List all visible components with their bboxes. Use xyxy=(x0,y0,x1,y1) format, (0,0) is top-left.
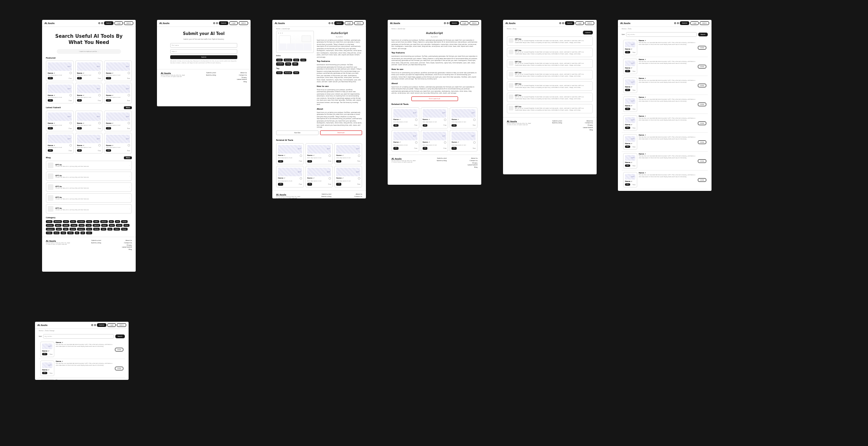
category-pill[interactable]: Image xyxy=(70,224,78,227)
category-pill[interactable]: Photo xyxy=(116,224,122,227)
category-pill[interactable]: 3D xyxy=(75,232,79,234)
listing-row[interactable]: ❝❞ Name ⇗ InfoFree Name ⇗This text box i… xyxy=(622,133,708,152)
search-input[interactable]: I want to make an article ... xyxy=(57,49,122,54)
category-pill[interactable]: Voice xyxy=(53,232,60,234)
category-pill[interactable]: Music xyxy=(101,224,108,227)
category-pill[interactable]: API xyxy=(80,232,85,234)
listing-row[interactable]: ❝❞ Name ⇗ InfoFree Name ⇗This text box i… xyxy=(39,340,125,359)
tool-card[interactable]: ❝❞ Name ⇗ InfoFree xyxy=(623,134,637,150)
listing-row[interactable]: ❝❞ Name ⇗ InfoFree Name ⇗This text box i… xyxy=(622,57,708,76)
category-pill[interactable]: Business xyxy=(53,220,62,223)
tool-card[interactable]: ❝❞ Name ⇗ Short description of tool Info… xyxy=(276,143,304,165)
category-pill[interactable]: Content xyxy=(77,220,85,223)
tool-card[interactable]: ❝❞ Name ⇗ Short description of tool Info… xyxy=(276,166,304,188)
tool-card[interactable]: ❝❞ Name ⇗ InfoFree xyxy=(623,153,637,169)
category-pill[interactable]: Social xyxy=(69,228,76,231)
tool-card[interactable]: ❝❞ Name ⇗ Short description of tool Info… xyxy=(104,60,132,81)
tool-card[interactable]: ❝❞ Name ⇗ Short description of tool Info… xyxy=(46,133,74,154)
blog-card[interactable]: GPT-4oGPT-4o is our newest flagship mode… xyxy=(507,104,593,113)
tool-card[interactable]: ❝❞ Name ⇗ Short description of tool Info… xyxy=(75,60,103,81)
blog-card[interactable]: GPT-4oGPT-4o is our newest flagship mode… xyxy=(507,81,593,91)
category-pill[interactable]: Dev xyxy=(109,220,114,223)
action-button[interactable]: more xyxy=(698,178,706,182)
tool-card[interactable]: ❝❞ Name ⇗ Short description of tool Info… xyxy=(391,130,419,152)
tool-card[interactable]: ❝❞ Name ⇗ InfoFree xyxy=(40,379,54,380)
category-pill[interactable]: Audio xyxy=(46,220,52,223)
category-pill[interactable]: Research xyxy=(46,228,55,231)
action-button[interactable]: more xyxy=(698,159,706,163)
category-pill[interactable]: Story xyxy=(86,228,92,231)
listing-row[interactable]: ❝❞ Name ⇗ InfoFree Name ⇗This text box i… xyxy=(622,38,708,57)
category-pill[interactable]: SEO xyxy=(63,228,69,231)
tool-card[interactable]: ❝❞ Name ⇗ Short description of tool Info… xyxy=(421,130,449,152)
tool-card[interactable]: ❝❞ Name ⇗ Short description of tool Info… xyxy=(421,107,449,129)
submit-button[interactable]: Submit xyxy=(104,21,114,25)
category-pill[interactable]: Market xyxy=(93,224,100,227)
tool-card[interactable]: ❝❞ Name ⇗ InfoFree xyxy=(623,77,637,93)
listing-row[interactable]: ❝❞ Name ⇗ InfoFree Name ⇗This text box i… xyxy=(622,114,708,133)
sort-dropdown[interactable]: Sort xyxy=(622,34,625,35)
action-button[interactable]: more xyxy=(698,84,706,87)
admin-button[interactable]: Admin xyxy=(124,21,133,25)
action-button[interactable]: more xyxy=(115,348,123,352)
blog-card[interactable]: GPT-4oGPT-4o is our newest flagship mode… xyxy=(507,36,593,46)
tool-card[interactable]: ❝❞ Name ⇗ Short description of tool Info… xyxy=(104,83,132,103)
blog-item[interactable]: GPT-4oContent will feature in a primary … xyxy=(46,161,132,170)
blog-item[interactable]: GPT-4oContent will feature in a primary … xyxy=(46,172,132,181)
category-pill[interactable]: Study xyxy=(93,228,100,231)
category-pill[interactable]: Health xyxy=(62,224,69,227)
action-button[interactable]: more xyxy=(698,46,706,50)
category-pill[interactable]: Auto xyxy=(86,232,92,234)
listing-search[interactable]: key words... xyxy=(626,32,697,37)
blog-item[interactable]: GPT-4oContent will feature in a primary … xyxy=(46,182,132,192)
tool-card[interactable]: ❝❞ Name ⇗ Short description of tool Info… xyxy=(450,130,477,152)
tool-card[interactable]: ❝❞ Name ⇗ InfoFree xyxy=(623,115,637,131)
more-button[interactable]: More xyxy=(124,156,132,159)
tool-card[interactable]: ❝❞ Name ⇗ InfoFree xyxy=(40,342,54,357)
listing-row[interactable]: ❝❞ Name ⇗ InfoFree Name ⇗This text box i… xyxy=(39,359,125,378)
listing-row[interactable]: ❝❞ Name ⇗ InfoFree Name ⇗This text box i… xyxy=(622,76,708,95)
tool-card[interactable]: ❝❞ Name ⇗ InfoFree xyxy=(623,59,637,74)
tool-card[interactable]: ❝❞ Name ⇗ Short description of tool Info… xyxy=(334,166,362,188)
listing-row[interactable]: ❝❞ Name ⇗ InfoFree Name ⇗This text box i… xyxy=(622,189,708,191)
blog-item[interactable]: GPT-4oContent will feature in a primary … xyxy=(46,204,132,214)
logo[interactable]: Ai.tools xyxy=(44,22,54,25)
category-pill[interactable]: Speech xyxy=(77,228,85,231)
action-button[interactable]: more xyxy=(698,103,706,106)
blog-item[interactable]: GPT-4oContent will feature in a primary … xyxy=(46,193,132,203)
category-pill[interactable]: Data xyxy=(93,220,99,223)
category-pill[interactable]: Prod xyxy=(123,224,129,227)
category-pill[interactable]: Trans xyxy=(113,228,120,231)
listing-row[interactable]: ❝❞ Name ⇗ InfoFree Name ⇗This text box i… xyxy=(622,95,708,114)
tool-card[interactable]: ❝❞ Name ⇗ Short description of tool Info… xyxy=(334,143,362,165)
breadcrumb[interactable]: Home > AutoScript xyxy=(272,27,366,31)
tool-card[interactable]: ❝❞ Name ⇗ Short description of tool Info… xyxy=(104,111,132,131)
blog-card[interactable]: GPT-4oGPT-4o is our newest flagship mode… xyxy=(507,70,593,79)
category-pill[interactable]: Legal xyxy=(78,224,85,227)
action-button[interactable]: more xyxy=(115,367,123,370)
category-pill[interactable]: News xyxy=(109,224,115,227)
bookmark-button[interactable]: Bookmark xyxy=(320,130,363,135)
tool-card[interactable]: ❝❞ Name ⇗ InfoFree xyxy=(623,96,637,112)
category-pill[interactable]: Logo xyxy=(86,224,92,227)
tool-card[interactable]: ❝❞ Name ⇗ Short description of tool Info… xyxy=(450,107,477,129)
tool-card[interactable]: ❝❞ Name ⇗ Short description of tool Info… xyxy=(46,111,74,131)
category-pill[interactable]: Tool xyxy=(107,228,113,231)
category-pill[interactable]: Edu xyxy=(115,220,120,223)
listing-row[interactable]: ❝❞ Name ⇗ InfoFree Name ⇗This text box i… xyxy=(622,171,708,189)
category-pill[interactable]: Video xyxy=(46,232,52,234)
listing-row[interactable]: ❝❞ Name ⇗ InfoFree Name ⇗This text box i… xyxy=(622,152,708,171)
tool-card[interactable]: ❝❞ Name ⇗ InfoFree xyxy=(40,360,54,376)
tool-card[interactable]: ❝❞ Name ⇗ InfoFree xyxy=(623,172,637,188)
login-button[interactable]: Login xyxy=(114,21,123,25)
url-input[interactable]: https:// xyxy=(170,49,237,54)
blog-card[interactable]: GPT-4oGPT-4o is our newest flagship mode… xyxy=(507,93,593,102)
category-pill[interactable]: Email xyxy=(121,220,128,223)
action-button[interactable]: more xyxy=(698,65,706,69)
category-pill[interactable]: Game xyxy=(55,224,61,227)
tool-card[interactable]: ❝❞ Name ⇗ Short description of tool Info… xyxy=(391,107,419,129)
listing-row[interactable]: ❝❞ Name ⇗ InfoFree Name ⇗This text box i… xyxy=(39,378,125,380)
name-input[interactable]: Tool name xyxy=(170,43,237,48)
action-button[interactable]: more xyxy=(698,140,706,144)
tool-card[interactable]: ❝❞ Name ⇗ Short description of tool Info… xyxy=(305,166,333,188)
